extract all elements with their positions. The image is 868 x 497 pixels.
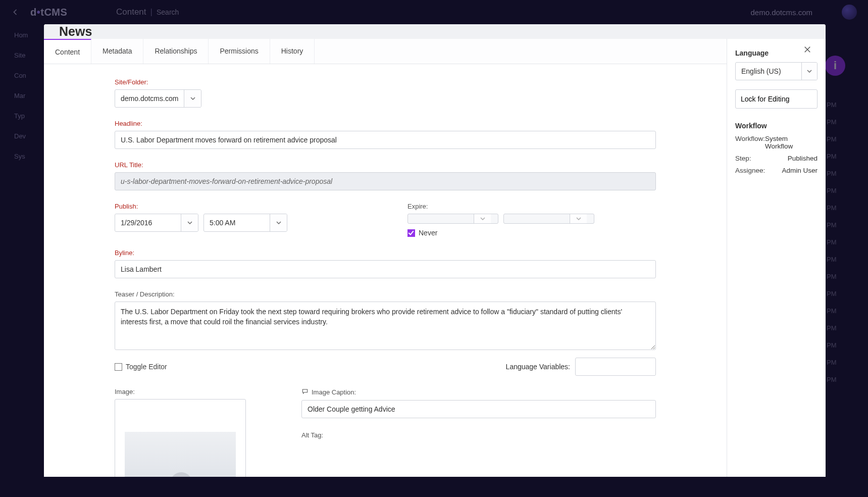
publish-time-select[interactable]: 5:00 AM	[203, 214, 287, 232]
tab-history[interactable]: History	[270, 39, 315, 64]
label-teaser: Teaser / Description:	[115, 290, 656, 298]
image-caption-input[interactable]	[301, 400, 656, 418]
toggle-editor-label: Toggle Editor	[126, 363, 167, 371]
tab-relationships[interactable]: Relationships	[143, 39, 209, 64]
field-image-caption: Image: Image Caption:	[115, 388, 656, 477]
modal-header: News	[44, 24, 826, 39]
label-headline: Headline:	[115, 120, 656, 127]
label-image: Image:	[115, 388, 266, 395]
lock-for-editing-button[interactable]: Lock for Editing	[735, 89, 818, 109]
checkbox-checked-icon	[407, 229, 415, 237]
site-folder-value: demo.dotcms.com	[115, 90, 184, 107]
chevron-down-icon	[270, 214, 287, 231]
chevron-down-icon	[184, 90, 201, 107]
label-site-folder: Site/Folder:	[115, 78, 656, 86]
publish-date-value: 1/29/2016	[115, 214, 181, 231]
form-area: Site/Folder: demo.dotcms.com Headline: U…	[44, 64, 727, 477]
expire-time-value	[504, 214, 570, 223]
image-thumbnail	[125, 432, 236, 477]
rail-workflow-heading: Workflow	[735, 122, 818, 130]
language-value: English (US)	[736, 63, 801, 80]
image-preview[interactable]	[115, 399, 246, 477]
label-alt-tag: Alt Tag:	[301, 431, 656, 439]
chevron-down-icon	[570, 214, 587, 223]
workflow-row: Step:Published	[735, 155, 818, 162]
tab-bar: Content Metadata Relationships Permissio…	[44, 39, 727, 64]
tab-metadata[interactable]: Metadata	[91, 39, 143, 64]
expire-never-checkbox-row[interactable]: Never	[407, 229, 656, 237]
workflow-block: Workflow Workflow:System Workflow Step:P…	[735, 122, 818, 174]
field-teaser: Teaser / Description: Toggle Editor Lang…	[115, 290, 656, 376]
headline-input[interactable]	[115, 131, 656, 149]
toggle-editor-checkbox-row[interactable]: Toggle Editor	[115, 363, 167, 371]
field-headline: Headline:	[115, 120, 656, 149]
publish-date-select[interactable]: 1/29/2016	[115, 214, 198, 232]
label-byline: Byline:	[115, 249, 656, 257]
modal-body: Content Metadata Relationships Permissio…	[44, 39, 826, 477]
language-variables-input[interactable]	[575, 358, 656, 376]
field-publish-expire: Publish: 1/29/2016 5:00 AM	[115, 203, 656, 237]
workflow-row: Assignee:Admin User	[735, 167, 818, 174]
field-byline: Byline:	[115, 249, 656, 278]
edit-content-modal: News Content Metadata Relationships Perm…	[44, 24, 826, 477]
site-folder-select[interactable]: demo.dotcms.com	[115, 89, 201, 108]
tab-permissions[interactable]: Permissions	[209, 39, 270, 64]
label-image-caption: Image Caption:	[301, 388, 656, 396]
modal-title: News	[59, 24, 92, 39]
chevron-down-icon	[801, 63, 817, 80]
right-rail: Language English (US) Lock for Editing W…	[727, 39, 826, 477]
field-site-folder: Site/Folder: demo.dotcms.com	[115, 78, 656, 108]
workflow-row: Workflow:System Workflow	[735, 135, 818, 150]
byline-input[interactable]	[115, 260, 656, 278]
expire-time-select[interactable]	[503, 214, 594, 224]
expire-date-select[interactable]	[407, 214, 498, 224]
expire-date-value	[408, 214, 474, 223]
checkbox-empty-icon	[115, 363, 122, 371]
teaser-textarea[interactable]	[115, 302, 656, 350]
field-url-title: URL Title:	[115, 161, 656, 190]
url-title-input[interactable]	[115, 172, 656, 190]
main-column: Content Metadata Relationships Permissio…	[44, 39, 727, 477]
close-button[interactable]	[800, 42, 814, 57]
expire-never-label: Never	[419, 229, 437, 237]
language-select[interactable]: English (US)	[735, 62, 818, 80]
tab-content[interactable]: Content	[44, 39, 91, 64]
speech-bubble-icon	[301, 388, 309, 396]
chevron-down-icon	[181, 214, 198, 231]
language-variables-label: Language Variables:	[506, 363, 570, 371]
label-expire: Expire:	[407, 203, 656, 210]
publish-time-value: 5:00 AM	[204, 214, 270, 231]
close-icon	[803, 45, 812, 54]
label-publish: Publish:	[115, 203, 372, 210]
label-url-title: URL Title:	[115, 161, 656, 169]
chevron-down-icon	[474, 214, 491, 223]
